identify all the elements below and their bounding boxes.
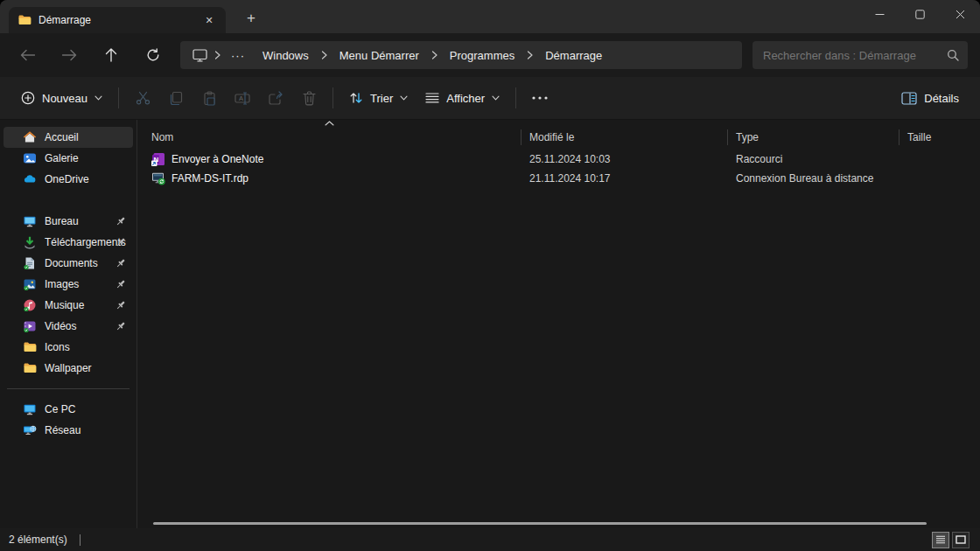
view-toggles: [932, 532, 970, 548]
back-icon[interactable]: [12, 41, 42, 69]
view-button[interactable]: Afficher: [416, 83, 508, 113]
sidebar-item-wallpaper-folder[interactable]: Wallpaper: [4, 358, 133, 379]
tab-demarrage[interactable]: Démarrage ✕: [9, 7, 226, 33]
more-options-icon[interactable]: [523, 83, 556, 113]
breadcrumb-windows[interactable]: Windows: [254, 49, 318, 62]
tab-close-icon[interactable]: ✕: [201, 12, 217, 28]
column-header-name[interactable]: Nom: [137, 125, 521, 150]
pictures-icon: [23, 277, 37, 291]
folder-icon: [23, 340, 37, 354]
toolbar-separator: [332, 87, 333, 108]
sort-arrows-icon: [349, 91, 363, 105]
sidebar-item-reseau[interactable]: Réseau: [4, 420, 133, 441]
documents-icon: [23, 256, 37, 270]
breadcrumb-programmes[interactable]: Programmes: [441, 49, 523, 62]
sidebar-item-label: Documents: [45, 257, 98, 269]
column-divider[interactable]: [521, 129, 522, 145]
sidebar-item-bureau[interactable]: Bureau: [4, 211, 133, 232]
sidebar-item-onedrive[interactable]: OneDrive: [4, 169, 133, 190]
chevron-right-icon: [430, 51, 439, 59]
status-bar: 2 élément(s): [0, 528, 980, 551]
pin-icon: [116, 300, 126, 310]
sidebar-item-images[interactable]: Images: [4, 274, 133, 295]
sidebar-item-documents[interactable]: Documents: [4, 253, 133, 274]
chevron-right-icon: [525, 51, 535, 59]
icons-view-icon[interactable]: [952, 532, 970, 548]
file-name: Envoyer à OneNote: [172, 153, 263, 165]
this-pc-breadcrumb-icon[interactable]: [189, 49, 211, 62]
column-header-label: Type: [736, 131, 759, 143]
file-explorer-window: Démarrage ✕ +: [0, 0, 980, 551]
file-type: Connexion Bureau à distance: [736, 172, 873, 185]
sidebar-item-label: Images: [45, 278, 79, 290]
sidebar-group-gap: [0, 190, 136, 211]
column-divider[interactable]: [727, 129, 728, 145]
breadcrumb-demarrage[interactable]: Démarrage: [536, 49, 611, 62]
sort-button[interactable]: Trier: [340, 83, 416, 113]
up-icon[interactable]: [96, 41, 126, 69]
column-divider[interactable]: [899, 129, 900, 145]
new-button[interactable]: Nouveau: [12, 83, 111, 113]
close-icon[interactable]: [940, 0, 980, 28]
column-headers: Nom Modifié le Type Taille: [137, 125, 980, 150]
sidebar-item-ce-pc[interactable]: Ce PC: [4, 399, 133, 420]
tab-strip: Démarrage ✕ +: [0, 0, 980, 33]
details-pane-button[interactable]: Détails: [892, 83, 968, 113]
address-bar[interactable]: ··· Windows Menu Démarrer Programmes Dém…: [180, 41, 742, 69]
file-modified: 21.11.2024 10:17: [529, 172, 611, 185]
sidebar-item-label: Galerie: [45, 152, 79, 164]
breadcrumb-menu-demarrer[interactable]: Menu Démarrer: [331, 49, 428, 62]
folder-icon: [23, 361, 37, 375]
refresh-icon[interactable]: [138, 41, 168, 69]
network-icon: [23, 423, 37, 437]
delete-icon[interactable]: [292, 83, 326, 113]
copy-icon[interactable]: [159, 83, 192, 113]
sidebar-item-label: OneDrive: [45, 173, 89, 185]
forward-icon[interactable]: [54, 41, 84, 69]
downloads-icon: [23, 235, 37, 249]
music-icon: [23, 298, 37, 312]
cut-icon[interactable]: [126, 83, 159, 113]
status-divider: [80, 534, 80, 546]
plus-circle-icon: [21, 91, 35, 105]
rename-icon[interactable]: A: [226, 83, 259, 113]
sidebar-item-icons-folder[interactable]: Icons: [4, 337, 133, 358]
breadcrumb-overflow[interactable]: ···: [224, 49, 252, 62]
sidebar-divider: [7, 388, 130, 389]
minimize-icon[interactable]: [859, 0, 900, 28]
details-pane-icon: [901, 92, 917, 105]
file-modified: 25.11.2024 10:03: [529, 153, 611, 165]
maximize-icon[interactable]: [900, 0, 940, 28]
search-box[interactable]: [752, 41, 968, 69]
search-input[interactable]: [761, 48, 947, 63]
column-header-type[interactable]: Type: [727, 125, 899, 150]
horizontal-scrollbar[interactable]: [153, 522, 927, 525]
file-list-area: Nom Modifié le Type Taille: [137, 120, 980, 528]
sidebar-item-label: Ce PC: [45, 403, 75, 415]
command-toolbar: Nouveau A Trier: [0, 77, 980, 120]
view-button-label: Afficher: [446, 92, 485, 105]
paste-icon[interactable]: [192, 83, 226, 113]
sidebar-item-musique[interactable]: Musique: [4, 295, 133, 316]
column-header-modified[interactable]: Modifié le: [521, 125, 727, 150]
file-row-onenote[interactable]: N Envoyer à OneNote 25.11.2024 10:03 Rac…: [137, 150, 980, 169]
sidebar-item-telechargements[interactable]: Téléchargements: [4, 232, 133, 253]
sidebar-item-label: Musique: [45, 299, 84, 311]
sidebar-item-galerie[interactable]: Galerie: [4, 148, 133, 169]
new-tab-button[interactable]: +: [242, 9, 261, 28]
search-icon[interactable]: [947, 49, 959, 61]
pin-icon: [116, 258, 126, 269]
file-row-rdp[interactable]: FARM-DS-IT.rdp 21.11.2024 10:17 Connexio…: [137, 169, 980, 188]
sidebar-item-videos[interactable]: Vidéos: [4, 316, 133, 337]
desktop-icon: [23, 214, 37, 228]
chevron-right-icon: [319, 51, 329, 59]
details-view-icon[interactable]: [932, 532, 949, 548]
column-header-size[interactable]: Taille: [899, 125, 980, 150]
sort-button-label: Trier: [370, 92, 393, 105]
share-icon[interactable]: [259, 83, 292, 113]
file-type: Raccourci: [736, 153, 782, 165]
sidebar-item-accueil[interactable]: Accueil: [4, 127, 133, 148]
svg-text:A: A: [239, 94, 243, 102]
window-controls: [859, 0, 980, 33]
toolbar-separator: [515, 87, 516, 108]
